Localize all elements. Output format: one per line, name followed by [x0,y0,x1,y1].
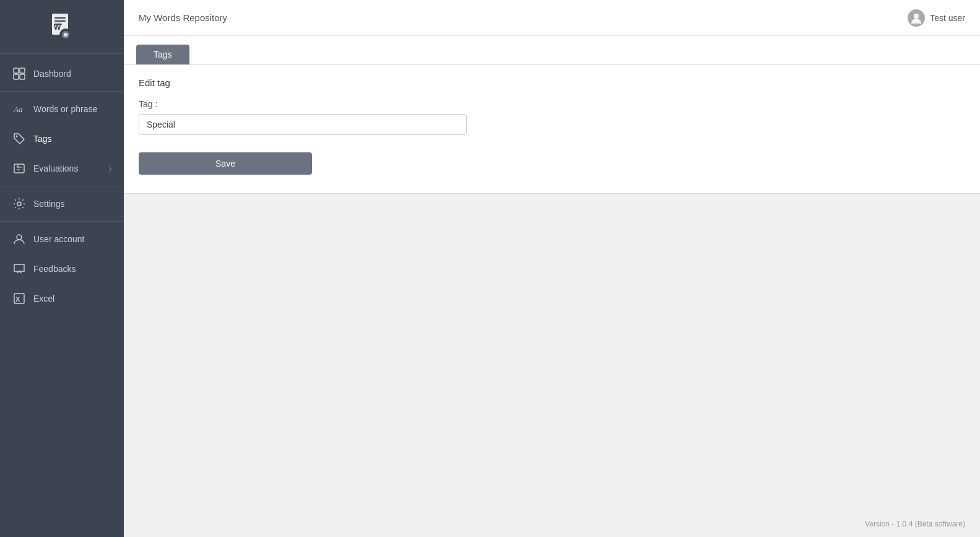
settings-icon [12,197,26,211]
evaluations-icon [12,162,26,175]
tag-form-group: Tag : [139,99,965,135]
sidebar-item-user-account[interactable]: User account [0,224,124,254]
svg-rect-8 [14,68,19,73]
sidebar-item-words-label: Words or phrase [33,104,97,114]
tags-tab[interactable]: Tags [136,45,189,64]
dashboard-icon [12,67,26,81]
svg-point-13 [16,136,18,138]
nav-separator-3 [0,221,124,222]
sidebar-item-excel[interactable]: X Excel [0,284,124,313]
tag-input[interactable] [139,114,467,135]
sidebar-item-dashboard[interactable]: Dashbord [0,59,124,89]
app-logo: W [0,0,124,54]
logo-icon: W [46,11,78,43]
feedbacks-icon [12,262,26,276]
sidebar-item-evaluations[interactable]: Evaluations 〉 [0,154,124,183]
words-icon: Aa [12,102,26,116]
svg-rect-14 [14,164,24,173]
page-title: My Words Repository [139,12,227,23]
sidebar-nav: Dashbord Aa Words or phrase Tags [0,54,124,537]
chevron-right-icon: 〉 [109,165,111,173]
sidebar: W Dashbord Aa Words or phr [0,0,124,537]
svg-rect-11 [20,74,25,79]
svg-rect-1 [54,17,66,19]
main-area: My Words Repository Test user Tags Edit … [124,0,980,537]
tabs-bar: Tags [124,36,980,65]
svg-point-6 [64,33,67,37]
svg-rect-9 [20,68,25,73]
svg-point-17 [17,202,21,206]
svg-text:W: W [54,23,61,32]
sidebar-item-tags-label: Tags [33,134,52,144]
user-account-icon [12,232,26,246]
version-footer: Version - 1.0.4 (Beta software) [865,520,965,528]
sidebar-item-words-or-phrase[interactable]: Aa Words or phrase [0,94,124,124]
sidebar-item-evaluations-label: Evaluations [33,164,78,173]
sidebar-item-feedbacks-label: Feedbacks [33,264,76,274]
avatar [908,9,925,27]
svg-point-21 [914,14,919,19]
sidebar-item-settings[interactable]: Settings [0,189,124,219]
sidebar-item-user-account-label: User account [33,234,84,244]
svg-point-18 [17,235,22,240]
svg-rect-10 [14,74,19,79]
header: My Words Repository Test user [124,0,980,36]
tags-icon [12,132,26,146]
user-name: Test user [930,13,965,23]
card-title: Edit tag [139,77,965,88]
save-button[interactable]: Save [139,152,312,175]
svg-text:X: X [15,295,20,303]
edit-tag-card: Edit tag Tag : Save [124,65,980,194]
nav-separator-1 [0,91,124,92]
sidebar-item-excel-label: Excel [33,294,54,303]
content-area: Tags Edit tag Tag : Save [124,36,980,537]
sidebar-item-settings-label: Settings [33,199,65,209]
nav-separator-2 [0,186,124,186]
tag-label: Tag : [139,99,965,109]
svg-rect-2 [54,20,66,22]
user-menu[interactable]: Test user [908,9,965,27]
svg-text:Aa: Aa [13,105,23,114]
sidebar-item-feedbacks[interactable]: Feedbacks [0,254,124,284]
sidebar-item-dashboard-label: Dashbord [33,69,71,79]
excel-icon: X [12,292,26,305]
sidebar-item-tags[interactable]: Tags [0,124,124,154]
